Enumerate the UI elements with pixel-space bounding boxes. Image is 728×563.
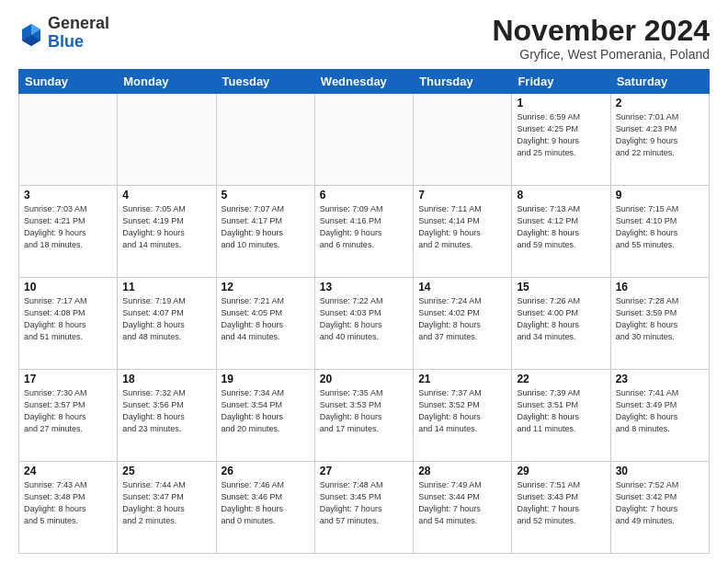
calendar-cell: 2Sunrise: 7:01 AM Sunset: 4:23 PM Daylig… xyxy=(610,94,709,186)
calendar-cell: 18Sunrise: 7:32 AM Sunset: 3:56 PM Dayli… xyxy=(118,370,216,462)
day-number: 1 xyxy=(517,97,605,109)
day-number: 6 xyxy=(320,189,408,201)
logo-text: General Blue xyxy=(48,15,109,52)
calendar-header-friday: Friday xyxy=(512,70,610,94)
day-number: 20 xyxy=(320,373,408,385)
day-number: 28 xyxy=(418,465,506,477)
day-info: Sunrise: 7:39 AM Sunset: 3:51 PM Dayligh… xyxy=(517,387,605,435)
calendar-header-wednesday: Wednesday xyxy=(314,70,413,94)
header: General Blue November 2024 Gryfice, West… xyxy=(18,15,710,62)
calendar-cell xyxy=(19,94,118,186)
calendar-cell xyxy=(118,94,216,186)
calendar-cell: 11Sunrise: 7:19 AM Sunset: 4:07 PM Dayli… xyxy=(118,278,216,370)
calendar-cell: 9Sunrise: 7:15 AM Sunset: 4:10 PM Daylig… xyxy=(610,186,709,278)
day-number: 30 xyxy=(616,465,704,477)
day-number: 7 xyxy=(418,189,506,201)
day-info: Sunrise: 7:05 AM Sunset: 4:19 PM Dayligh… xyxy=(122,203,210,251)
day-info: Sunrise: 7:24 AM Sunset: 4:02 PM Dayligh… xyxy=(418,295,506,343)
calendar-cell: 24Sunrise: 7:43 AM Sunset: 3:48 PM Dayli… xyxy=(19,462,118,554)
calendar-week-4: 24Sunrise: 7:43 AM Sunset: 3:48 PM Dayli… xyxy=(19,462,710,554)
day-number: 21 xyxy=(418,373,506,385)
day-number: 11 xyxy=(122,281,210,293)
logo-general: General xyxy=(48,15,109,33)
calendar-cell: 16Sunrise: 7:28 AM Sunset: 3:59 PM Dayli… xyxy=(610,278,709,370)
day-number: 17 xyxy=(24,373,112,385)
calendar-header-sunday: Sunday xyxy=(19,70,118,94)
calendar-cell: 5Sunrise: 7:07 AM Sunset: 4:17 PM Daylig… xyxy=(216,186,314,278)
day-info: Sunrise: 7:22 AM Sunset: 4:03 PM Dayligh… xyxy=(320,295,408,343)
calendar-week-3: 17Sunrise: 7:30 AM Sunset: 3:57 PM Dayli… xyxy=(19,370,710,462)
day-info: Sunrise: 7:15 AM Sunset: 4:10 PM Dayligh… xyxy=(616,203,704,251)
day-info: Sunrise: 7:11 AM Sunset: 4:14 PM Dayligh… xyxy=(418,203,506,251)
calendar-cell: 8Sunrise: 7:13 AM Sunset: 4:12 PM Daylig… xyxy=(512,186,610,278)
title-block: November 2024 Gryfice, West Pomerania, P… xyxy=(492,15,710,62)
day-number: 26 xyxy=(222,465,310,477)
day-info: Sunrise: 7:01 AM Sunset: 4:23 PM Dayligh… xyxy=(616,111,704,159)
day-number: 27 xyxy=(320,465,408,477)
day-number: 10 xyxy=(24,281,112,293)
day-info: Sunrise: 7:37 AM Sunset: 3:52 PM Dayligh… xyxy=(418,387,506,435)
calendar-cell: 10Sunrise: 7:17 AM Sunset: 4:08 PM Dayli… xyxy=(19,278,118,370)
day-info: Sunrise: 7:26 AM Sunset: 4:00 PM Dayligh… xyxy=(517,295,605,343)
day-info: Sunrise: 7:49 AM Sunset: 3:44 PM Dayligh… xyxy=(418,479,506,527)
calendar-header-monday: Monday xyxy=(118,70,216,94)
day-number: 3 xyxy=(24,189,112,201)
day-info: Sunrise: 6:59 AM Sunset: 4:25 PM Dayligh… xyxy=(517,111,605,159)
day-number: 29 xyxy=(517,465,605,477)
calendar-cell: 19Sunrise: 7:34 AM Sunset: 3:54 PM Dayli… xyxy=(216,370,314,462)
day-number: 12 xyxy=(222,281,310,293)
day-info: Sunrise: 7:03 AM Sunset: 4:21 PM Dayligh… xyxy=(24,203,112,251)
calendar-cell xyxy=(216,94,314,186)
day-info: Sunrise: 7:51 AM Sunset: 3:43 PM Dayligh… xyxy=(517,479,605,527)
calendar-cell: 13Sunrise: 7:22 AM Sunset: 4:03 PM Dayli… xyxy=(314,278,413,370)
day-number: 18 xyxy=(122,373,210,385)
day-number: 19 xyxy=(222,373,310,385)
logo: General Blue xyxy=(18,15,109,52)
calendar-cell: 25Sunrise: 7:44 AM Sunset: 3:47 PM Dayli… xyxy=(118,462,216,554)
page: General Blue November 2024 Gryfice, West… xyxy=(0,0,728,563)
calendar-cell: 7Sunrise: 7:11 AM Sunset: 4:14 PM Daylig… xyxy=(414,186,512,278)
calendar-cell: 23Sunrise: 7:41 AM Sunset: 3:49 PM Dayli… xyxy=(610,370,709,462)
calendar-cell: 30Sunrise: 7:52 AM Sunset: 3:42 PM Dayli… xyxy=(610,462,709,554)
day-number: 25 xyxy=(122,465,210,477)
calendar-cell: 3Sunrise: 7:03 AM Sunset: 4:21 PM Daylig… xyxy=(19,186,118,278)
calendar-header-row: SundayMondayTuesdayWednesdayThursdayFrid… xyxy=(19,70,710,94)
calendar-header-tuesday: Tuesday xyxy=(216,70,314,94)
calendar-cell: 12Sunrise: 7:21 AM Sunset: 4:05 PM Dayli… xyxy=(216,278,314,370)
day-info: Sunrise: 7:46 AM Sunset: 3:46 PM Dayligh… xyxy=(222,479,310,527)
calendar-cell: 20Sunrise: 7:35 AM Sunset: 3:53 PM Dayli… xyxy=(314,370,413,462)
location: Gryfice, West Pomerania, Poland xyxy=(492,47,710,62)
day-number: 5 xyxy=(222,189,310,201)
calendar: SundayMondayTuesdayWednesdayThursdayFrid… xyxy=(18,69,710,554)
day-info: Sunrise: 7:21 AM Sunset: 4:05 PM Dayligh… xyxy=(222,295,310,343)
calendar-week-1: 3Sunrise: 7:03 AM Sunset: 4:21 PM Daylig… xyxy=(19,186,710,278)
calendar-header-thursday: Thursday xyxy=(414,70,512,94)
day-number: 16 xyxy=(616,281,704,293)
logo-blue: Blue xyxy=(48,33,109,52)
day-info: Sunrise: 7:28 AM Sunset: 3:59 PM Dayligh… xyxy=(616,295,704,343)
day-number: 2 xyxy=(616,97,704,109)
calendar-cell: 28Sunrise: 7:49 AM Sunset: 3:44 PM Dayli… xyxy=(414,462,512,554)
calendar-cell: 15Sunrise: 7:26 AM Sunset: 4:00 PM Dayli… xyxy=(512,278,610,370)
day-number: 4 xyxy=(122,189,210,201)
day-number: 24 xyxy=(24,465,112,477)
calendar-cell: 17Sunrise: 7:30 AM Sunset: 3:57 PM Dayli… xyxy=(19,370,118,462)
month-title: November 2024 xyxy=(492,15,710,47)
day-info: Sunrise: 7:34 AM Sunset: 3:54 PM Dayligh… xyxy=(222,387,310,435)
day-number: 9 xyxy=(616,189,704,201)
day-info: Sunrise: 7:41 AM Sunset: 3:49 PM Dayligh… xyxy=(616,387,704,435)
day-info: Sunrise: 7:35 AM Sunset: 3:53 PM Dayligh… xyxy=(320,387,408,435)
calendar-cell: 26Sunrise: 7:46 AM Sunset: 3:46 PM Dayli… xyxy=(216,462,314,554)
calendar-cell: 27Sunrise: 7:48 AM Sunset: 3:45 PM Dayli… xyxy=(314,462,413,554)
calendar-cell: 14Sunrise: 7:24 AM Sunset: 4:02 PM Dayli… xyxy=(414,278,512,370)
day-number: 13 xyxy=(320,281,408,293)
calendar-cell: 1Sunrise: 6:59 AM Sunset: 4:25 PM Daylig… xyxy=(512,94,610,186)
calendar-cell: 4Sunrise: 7:05 AM Sunset: 4:19 PM Daylig… xyxy=(118,186,216,278)
day-info: Sunrise: 7:43 AM Sunset: 3:48 PM Dayligh… xyxy=(24,479,112,527)
day-info: Sunrise: 7:32 AM Sunset: 3:56 PM Dayligh… xyxy=(122,387,210,435)
calendar-week-0: 1Sunrise: 6:59 AM Sunset: 4:25 PM Daylig… xyxy=(19,94,710,186)
calendar-cell: 29Sunrise: 7:51 AM Sunset: 3:43 PM Dayli… xyxy=(512,462,610,554)
calendar-cell: 21Sunrise: 7:37 AM Sunset: 3:52 PM Dayli… xyxy=(414,370,512,462)
calendar-cell: 6Sunrise: 7:09 AM Sunset: 4:16 PM Daylig… xyxy=(314,186,413,278)
day-number: 15 xyxy=(517,281,605,293)
